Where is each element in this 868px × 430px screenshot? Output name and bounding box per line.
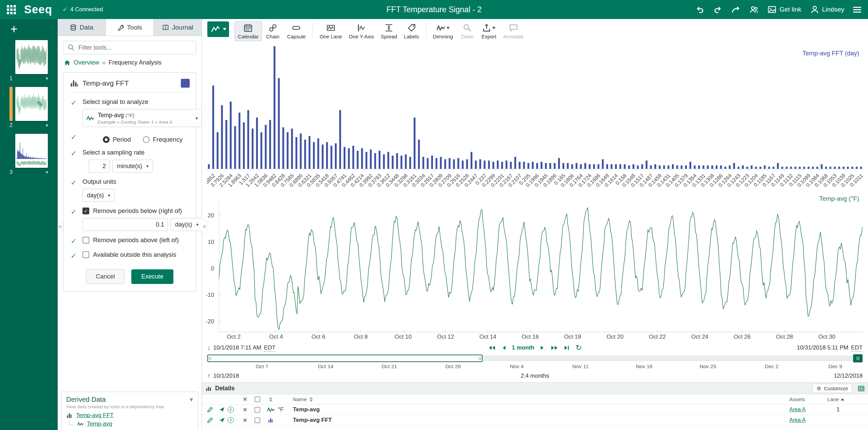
edit-icon[interactable] xyxy=(204,407,216,413)
user-menu-button[interactable]: Lindsey xyxy=(810,5,845,14)
get-link-button[interactable]: Get link xyxy=(768,5,801,14)
worksheet-3-menu-chevron[interactable]: ▾ xyxy=(45,169,48,175)
filter-tools-input[interactable] xyxy=(63,41,196,54)
window-left-grip[interactable] xyxy=(209,357,211,360)
sort-lane-button[interactable] xyxy=(841,398,844,400)
remove-above-checkbox-row[interactable]: Remove periods above (left of) xyxy=(82,236,191,244)
step-check-icon: ✓ xyxy=(68,207,79,231)
home-icon[interactable] xyxy=(64,59,71,66)
investigate-range-start[interactable]: 10/1/2018 xyxy=(213,373,239,379)
toolbar-labels-button[interactable]: Labels xyxy=(400,21,422,41)
forward-share-button[interactable] xyxy=(731,5,740,14)
users-button[interactable] xyxy=(749,5,759,14)
info-icon[interactable]: i xyxy=(228,407,234,413)
redo-button[interactable] xyxy=(713,5,722,14)
lane-column-header[interactable]: Lane xyxy=(827,396,839,402)
select-all-checkbox[interactable] xyxy=(254,396,260,402)
add-worksheet-button[interactable]: + xyxy=(9,23,19,35)
fft-color-swatch[interactable] xyxy=(181,79,190,88)
remove-item-button[interactable]: × xyxy=(239,406,251,414)
worksheet-1-preview[interactable] xyxy=(15,40,48,74)
fft-chart[interactable]: Temp-avg FFT (day) 07.58523.79262.52841.… xyxy=(202,40,868,194)
fast-forward-button[interactable] xyxy=(550,345,558,351)
toolbar-one-y-axis-button[interactable]: One Y-Axis xyxy=(345,21,377,41)
investigate-range-slider[interactable] xyxy=(207,353,863,363)
timezone-label[interactable]: EDT xyxy=(264,344,276,352)
period-radio[interactable]: Period xyxy=(103,136,131,143)
display-range-end[interactable]: 10/31/2018 5:11 PM xyxy=(797,344,848,351)
info-icon[interactable]: i xyxy=(228,417,234,423)
worksheet-2-preview[interactable]: ✎ xyxy=(15,87,48,121)
remove-item-button[interactable]: × xyxy=(239,416,251,424)
remove-below-checkbox-row[interactable]: ✓ Remove periods below (right of) xyxy=(82,207,203,215)
tab-data[interactable]: Data xyxy=(58,19,106,36)
undo-button[interactable] xyxy=(696,5,704,14)
toolbar-one-lane-button[interactable]: One Lane xyxy=(316,21,345,41)
sort-type-button[interactable] xyxy=(264,397,278,402)
output-unit-dropdown[interactable]: day(s)▾ xyxy=(82,189,115,202)
frequency-radio[interactable]: Frequency xyxy=(143,136,182,143)
name-column-header[interactable]: Name xyxy=(293,396,307,402)
document-title: FFT Temperature Signal - 2 xyxy=(386,5,482,14)
worksheet-3-preview[interactable] xyxy=(15,134,48,168)
assets-column-header[interactable]: Assets xyxy=(789,396,827,402)
remove-all-button[interactable]: × xyxy=(239,395,251,403)
execute-button[interactable]: Execute xyxy=(131,269,173,284)
investigate-range-duration[interactable]: 2.4 months xyxy=(521,373,549,379)
derived-data-header[interactable]: Derived Data ▾ xyxy=(66,395,193,404)
worksheet-1-menu-chevron[interactable]: ▾ xyxy=(45,75,48,82)
edit-icon[interactable] xyxy=(204,417,216,423)
toolbar-export-button[interactable]: Export xyxy=(478,21,500,41)
trend-chart[interactable]: Temp-avg (°F) 20100-10-20 Oct 2Oct 4Oct … xyxy=(202,194,868,342)
apps-grid-icon[interactable] xyxy=(7,5,16,14)
table-view-icon[interactable] xyxy=(858,385,865,392)
hamburger-menu-button[interactable] xyxy=(853,5,861,14)
rocket-icon[interactable] xyxy=(216,417,228,423)
row-checkbox[interactable] xyxy=(254,407,260,413)
window-right-grip[interactable] xyxy=(479,357,481,360)
sampling-unit-dropdown[interactable]: minute(s)▾ xyxy=(112,160,153,173)
trend-series-label[interactable]: Temp-avg (°F) xyxy=(819,195,859,202)
investigate-range-end[interactable]: 12/12/2018 xyxy=(834,373,863,379)
row-name[interactable]: Temp-avg FFT xyxy=(293,417,789,424)
chart-type-button[interactable] xyxy=(207,21,229,37)
skip-to-end-button[interactable] xyxy=(564,345,569,351)
toolbar-calendar-button[interactable]: Calendar xyxy=(234,21,262,41)
auto-update-button[interactable]: ↻ xyxy=(575,344,582,352)
chevron-collapse-icon[interactable]: ▾ xyxy=(190,395,193,404)
cancel-button[interactable]: Cancel xyxy=(86,269,125,284)
row-name[interactable]: Temp-avg xyxy=(293,406,789,413)
collapse-sidebar-handle[interactable]: « xyxy=(58,220,63,232)
sampling-rate-input[interactable] xyxy=(89,160,110,173)
play-button[interactable] xyxy=(540,345,544,351)
display-range-window[interactable] xyxy=(207,355,483,362)
rocket-icon[interactable] xyxy=(216,407,228,413)
investigate-range-end-handle[interactable] xyxy=(853,354,863,362)
available-outside-checkbox-row[interactable]: Available outside this analysis xyxy=(82,251,191,258)
tab-tools[interactable]: Tools xyxy=(106,19,154,36)
timezone-label[interactable]: EDT xyxy=(851,344,863,352)
worksheet-2-menu-chevron[interactable]: ▾ xyxy=(45,122,48,128)
sort-name-button[interactable] xyxy=(309,397,313,402)
toolbar-capsule-button[interactable]: Capsule xyxy=(284,21,309,41)
step-backward-button[interactable] xyxy=(502,345,506,351)
toolbar-spread-button[interactable]: Spread xyxy=(377,21,400,41)
toolbar-chain-button[interactable]: Chain xyxy=(262,21,284,41)
fast-backward-button[interactable] xyxy=(488,345,495,351)
toolbar-dimming-button[interactable]: Dimming xyxy=(430,21,456,41)
remove-below-unit-dropdown[interactable]: day(s)▾ xyxy=(171,218,203,231)
collapse-panel-handle[interactable]: « xyxy=(202,220,207,232)
tab-journal[interactable]: Journal xyxy=(154,19,202,36)
trend-plot-area[interactable] xyxy=(219,202,863,332)
seeq-logo[interactable]: Seeq xyxy=(24,3,52,16)
customize-button[interactable]: ⚙ Customize xyxy=(812,384,852,393)
display-range-start[interactable]: 10/1/2018 7:11 AM xyxy=(213,344,261,351)
breadcrumb-overview-link[interactable]: Overview xyxy=(74,59,99,66)
row-asset-link[interactable]: Area A xyxy=(789,407,827,413)
fft-plot-area[interactable] xyxy=(207,43,863,169)
row-checkbox[interactable] xyxy=(254,417,260,423)
range-duration-button[interactable]: 1 month xyxy=(512,344,534,351)
signal-select[interactable]: Temp-avg (°F) Example » Cooling Tower 1 … xyxy=(82,109,202,127)
row-asset-link[interactable]: Area A xyxy=(789,417,827,423)
remove-below-value-input[interactable] xyxy=(82,218,168,231)
